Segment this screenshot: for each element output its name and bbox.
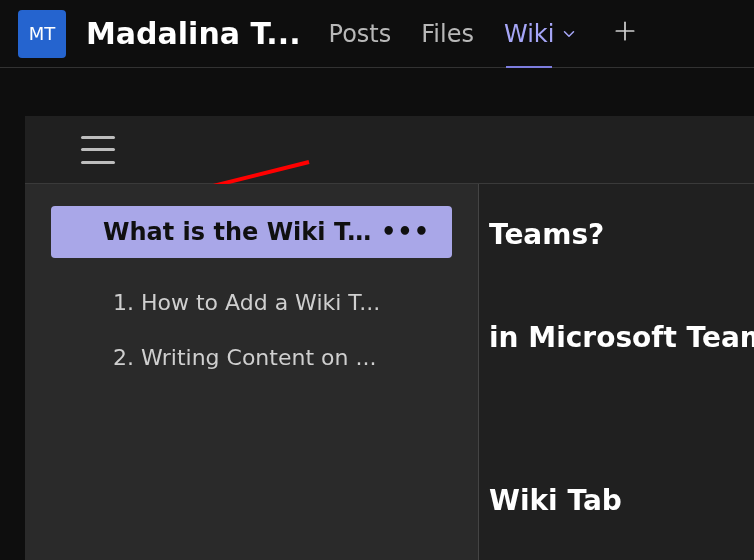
- plus-icon: [612, 18, 638, 44]
- tab-wiki-label: Wiki: [504, 20, 554, 48]
- wiki-nav-panel: What is the Wiki Ta... ••• 1. How to Add…: [25, 184, 479, 560]
- wiki-content-area: What is the Wiki Ta... ••• 1. How to Add…: [25, 116, 754, 560]
- wiki-toolbar: [25, 116, 754, 184]
- wiki-nav-current-page[interactable]: What is the Wiki Ta... •••: [51, 206, 452, 258]
- wiki-page-section-fragment: Wiki Tab: [489, 484, 744, 517]
- avatar-initials: MT: [29, 23, 56, 44]
- chevron-down-icon: [560, 25, 578, 43]
- tab-posts[interactable]: Posts: [329, 20, 392, 48]
- add-tab-button[interactable]: [612, 16, 638, 51]
- wiki-body: What is the Wiki Ta... ••• 1. How to Add…: [25, 184, 754, 560]
- wiki-nav-section[interactable]: 2. Writing Content on ...: [51, 345, 478, 370]
- wiki-page-content[interactable]: Teams? in Microsoft Teams Wiki Tab: [479, 184, 754, 560]
- hamburger-icon: [81, 161, 115, 164]
- channel-avatar[interactable]: MT: [18, 10, 66, 58]
- tab-wiki[interactable]: Wiki: [504, 20, 578, 48]
- ellipsis-icon: •••: [381, 218, 430, 246]
- more-options-button[interactable]: •••: [381, 218, 430, 246]
- wiki-page-subtitle-fragment: in Microsoft Teams: [489, 321, 744, 354]
- wiki-nav-current-page-label: What is the Wiki Ta...: [103, 218, 381, 246]
- hamburger-icon: [81, 136, 115, 139]
- workspace: What is the Wiki Ta... ••• 1. How to Add…: [0, 68, 754, 560]
- channel-header: MT Madalina T... Posts Files Wiki: [0, 0, 754, 68]
- channel-name[interactable]: Madalina T...: [86, 16, 301, 51]
- tab-files[interactable]: Files: [421, 20, 474, 48]
- wiki-nav-section[interactable]: 1. How to Add a Wiki T...: [51, 290, 478, 315]
- tab-bar: Posts Files Wiki: [329, 16, 639, 51]
- wiki-nav-toggle[interactable]: [81, 136, 115, 164]
- hamburger-icon: [81, 148, 115, 151]
- wiki-page-title-fragment: Teams?: [489, 218, 744, 251]
